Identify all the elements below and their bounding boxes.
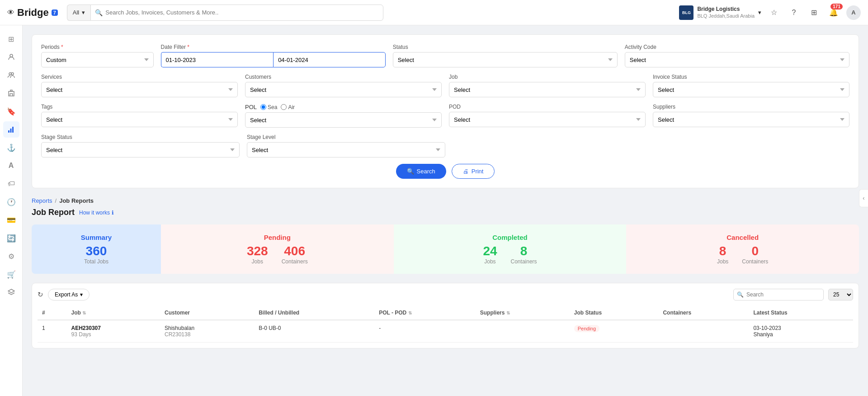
job-code[interactable]: AEH230307: [71, 325, 156, 331]
export-button[interactable]: Export As ▾: [48, 289, 90, 301]
sidebar-item-anchor[interactable]: ⚓: [3, 139, 19, 156]
col-containers: Containers: [658, 306, 749, 320]
grid-button[interactable]: ⊞: [807, 5, 821, 20]
global-search-area: All ▾ 🔍: [67, 5, 383, 21]
stage-status-filter: Stage Status Select: [41, 134, 240, 157]
svg-point-2: [11, 73, 14, 75]
chevron-down-icon: ▾: [82, 9, 85, 16]
sidebar-item-customers[interactable]: [3, 67, 19, 83]
pending-containers-group: 406 Containers: [282, 245, 308, 265]
sidebar-item-time[interactable]: 🕐: [3, 194, 19, 210]
right-collapse-button[interactable]: ‹: [859, 189, 868, 207]
tags-filter: Tags Select: [41, 104, 238, 128]
table-row: 1 AEH230307 93 Days Shishubalan CR230138…: [38, 320, 853, 343]
sidebar-item-users[interactable]: [3, 49, 19, 65]
summary-card: Summary 360 Total Jobs: [32, 224, 161, 274]
stage-level-label: Stage Level: [247, 134, 445, 140]
help-button[interactable]: ?: [787, 5, 801, 20]
search-button[interactable]: 🔍 Search: [396, 164, 446, 179]
date-to-input[interactable]: 04-01-2024: [273, 52, 386, 67]
row-suppliers: [476, 320, 570, 343]
invoice-status-select[interactable]: Select: [653, 82, 849, 97]
filter-row-4: Stage Status Select Stage Level Select: [41, 134, 849, 157]
pending-jobs-number: 328: [247, 245, 268, 258]
svg-point-0: [10, 54, 13, 57]
notification-badge: 171: [830, 4, 843, 10]
tags-select[interactable]: Select: [41, 112, 238, 127]
customers-label: Customers: [245, 74, 442, 80]
cancelled-containers-group: 0 Containers: [742, 245, 768, 265]
sidebar-item-sync[interactable]: 🔄: [3, 230, 19, 246]
sidebar-item-reports[interactable]: [3, 121, 19, 138]
sidebar-item-alpha[interactable]: A: [3, 157, 19, 174]
svg-rect-5: [10, 129, 11, 133]
completed-containers-label: Containers: [511, 258, 537, 265]
breadcrumb-parent[interactable]: Reports: [32, 197, 52, 204]
table-header: # Job ⇅ Customer Billed / Unbilled POL -…: [38, 306, 853, 320]
filter-panel: Periods * Custom Date Filter * 01-10-202…: [32, 34, 859, 188]
pol-sea-option[interactable]: Sea: [260, 104, 277, 110]
stage-level-select[interactable]: Select: [247, 142, 445, 157]
status-badge: Pending: [574, 325, 599, 332]
job-select[interactable]: Select: [449, 82, 646, 97]
customers-filter: Customers Select: [245, 74, 442, 97]
company-logo: BLG: [679, 5, 693, 20]
col-num: #: [38, 306, 67, 320]
col-job[interactable]: Job ⇅: [67, 306, 160, 320]
row-billed: B-0 UB-0: [254, 320, 374, 343]
status-label: Status: [393, 44, 618, 50]
top-navigation: 👁 Bridge 7 All ▾ 🔍 BLG Bridge Logistics …: [0, 0, 868, 25]
suppliers-select[interactable]: Select: [653, 112, 849, 127]
chevron-down-icon: ▾: [758, 9, 761, 16]
col-pol-pod[interactable]: POL - POD ⇅: [374, 306, 476, 320]
stage-status-label: Stage Status: [41, 134, 240, 140]
periods-select[interactable]: Custom: [41, 52, 154, 67]
col-suppliers[interactable]: Suppliers ⇅: [476, 306, 570, 320]
services-select[interactable]: Select: [41, 82, 238, 97]
periods-filter: Periods * Custom: [41, 44, 154, 67]
stage-status-select[interactable]: Select: [41, 142, 240, 157]
sidebar-item-layers[interactable]: [3, 284, 19, 301]
how-it-works-link[interactable]: How it works ℹ: [79, 210, 114, 216]
col-job-status: Job Status: [570, 306, 659, 320]
date-pair: 01-10-2023 04-01-2024: [161, 52, 386, 67]
notifications-button[interactable]: 🔔 171: [826, 5, 841, 20]
pol-air-radio[interactable]: [281, 104, 287, 110]
date-from-input[interactable]: 01-10-2023: [161, 52, 274, 67]
avatar[interactable]: A: [846, 5, 861, 20]
activity-code-select[interactable]: Select: [625, 52, 849, 67]
info-icon: ℹ: [112, 210, 114, 216]
search-type-dropdown[interactable]: All ▾: [67, 5, 90, 21]
breadcrumb-separator: /: [55, 197, 57, 204]
logo-text: Bridge: [17, 7, 49, 19]
sidebar-item-cart[interactable]: 🛒: [3, 266, 19, 282]
nav-right: BLG Bridge Logistics BLQ Jeddah,Saudi Ar…: [679, 5, 861, 20]
activity-code-label: Activity Code: [625, 44, 849, 50]
sidebar-item-settings[interactable]: ⚙: [3, 248, 19, 264]
company-selector[interactable]: BLG Bridge Logistics BLQ Jeddah,Saudi Ar…: [679, 5, 761, 20]
pol-sea-radio[interactable]: [260, 104, 266, 110]
per-page-select[interactable]: 25 50 100: [828, 289, 853, 301]
global-search-input[interactable]: [90, 5, 383, 21]
status-select[interactable]: Select: [393, 52, 618, 67]
sidebar-item-company[interactable]: [3, 85, 19, 101]
logo-area[interactable]: 👁 Bridge 7: [7, 7, 58, 19]
table-section: ↻ Export As ▾ 🔍 25 50 100 # Job ⇅ Custom…: [32, 283, 859, 348]
customers-select[interactable]: Select: [245, 82, 442, 97]
pol-label: POL: [245, 104, 257, 110]
favorites-button[interactable]: ☆: [767, 5, 781, 20]
table-search-input[interactable]: [733, 289, 824, 301]
sidebar-item-bookmarks[interactable]: 🔖: [3, 103, 19, 119]
pod-select[interactable]: Select: [449, 112, 646, 127]
svg-rect-6: [12, 127, 14, 133]
pol-air-option[interactable]: Air: [281, 104, 295, 110]
refresh-button[interactable]: ↻: [38, 291, 43, 299]
pending-values: 328 Jobs 406 Containers: [170, 245, 385, 265]
print-button[interactable]: 🖨 Print: [452, 164, 495, 179]
sidebar-item-dashboard[interactable]: ⊞: [3, 31, 19, 47]
sidebar-item-tags[interactable]: 🏷: [3, 176, 19, 192]
page-title-row: Job Report How it works ℹ: [32, 208, 859, 217]
svg-rect-4: [8, 130, 9, 133]
sidebar-item-billing[interactable]: 💳: [3, 212, 19, 228]
pol-select[interactable]: Select: [245, 112, 442, 128]
